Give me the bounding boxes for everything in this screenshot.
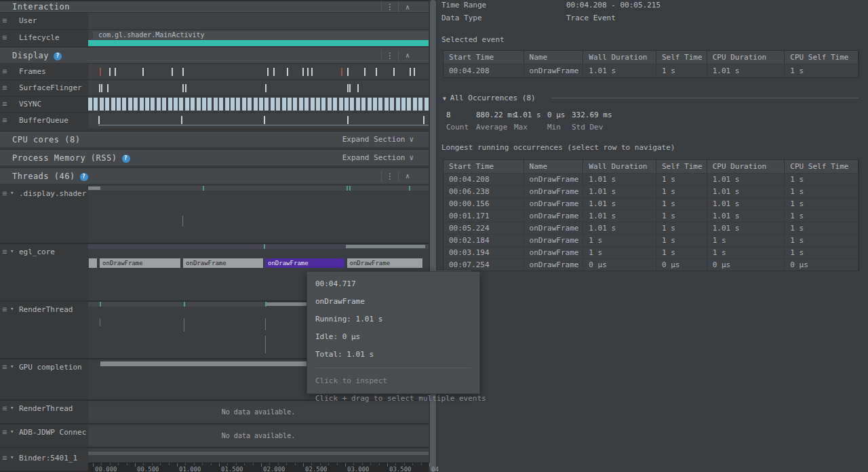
display-track-row-bufferqueue[interactable]: ≡BufferQueue [0, 112, 429, 128]
track-content-frames[interactable] [88, 64, 429, 79]
table-row[interactable]: 00:05.224onDrawFrame1.01 s1 s1.01 s1 s [443, 222, 859, 234]
drag-handle-icon[interactable]: ≡ [2, 304, 7, 314]
trace-event-bar[interactable]: onDrawFrame [100, 258, 181, 268]
display-track-row-surfaceflinger[interactable]: ≡SurfaceFlinger [0, 79, 429, 96]
table-row[interactable]: 00:02.184onDrawFrame1 s1 s1 s1 s [443, 234, 859, 246]
thread-track-row[interactable]: ≡▾RenderThreadNo data available. [0, 401, 429, 425]
track-content-vsync[interactable] [88, 96, 429, 112]
trace-event-bar[interactable]: onDrawFrame [265, 258, 345, 268]
table-cell: onDrawFrame [524, 174, 584, 185]
drag-handle-icon[interactable]: ≡ [2, 99, 7, 109]
table-header-cell[interactable]: Wall Duration [583, 51, 656, 64]
track-content-bufferqueue[interactable] [88, 113, 429, 128]
kebab-menu-icon[interactable]: ⋮ [381, 1, 399, 12]
table-header-cell[interactable]: Name [524, 51, 584, 64]
drag-handle-icon[interactable]: ≡ [2, 404, 7, 413]
thread-track-content[interactable]: No data available. [88, 401, 429, 423]
event-tick [99, 84, 100, 92]
track-row-user[interactable]: ≡ User [0, 12, 429, 29]
all-occurrences-header[interactable]: ▼All Occurrences (8) [443, 94, 536, 102]
table-header-cell[interactable]: Start Time [443, 51, 524, 64]
track-row-lifecycle[interactable]: ≡ Lifecycle com.gl.shader.MainActivity [0, 29, 429, 47]
table-row[interactable]: 00:00.156onDrawFrame1.01 s1 s1.01 s1 s [443, 197, 859, 210]
display-track-row-frames[interactable]: ≡Frames [0, 63, 429, 79]
track-content-lifecycle[interactable]: com.gl.shader.MainActivity [88, 30, 429, 47]
event-tick [142, 68, 144, 76]
trace-event-bar[interactable]: onDrawFrame [183, 258, 263, 268]
lifecycle-event-bar[interactable]: com.gl.shader.MainActivity [93, 31, 429, 39]
drag-handle-icon[interactable]: ≡ [2, 453, 7, 463]
caret-down-icon[interactable]: ▾ [10, 428, 14, 435]
table-header-cell[interactable]: Wall Duration [583, 160, 656, 173]
event-tick [414, 68, 415, 76]
axis-tick-label: 02.000 [263, 466, 285, 472]
track-label: ≡VSYNC [0, 96, 88, 112]
table-cell: 0 µs [656, 259, 707, 271]
table-header-cell[interactable]: CPU Self Time [785, 160, 859, 173]
caret-down-icon[interactable]: ▾ [10, 454, 14, 460]
thread-track-row[interactable]: ≡▾ADB-JDWP ConnecNo data available. [0, 425, 429, 448]
collapse-chevron-icon[interactable]: ∧ [399, 47, 416, 64]
section-header-interaction[interactable]: Interaction ⋮ ∧ [0, 0, 429, 12]
drag-handle-icon[interactable]: ≡ [2, 115, 7, 125]
drag-handle-icon[interactable]: ≡ [2, 362, 7, 372]
lifecycle-activity-bar[interactable] [88, 40, 429, 46]
help-icon[interactable]: ? [122, 155, 130, 163]
section-header-cpu-cores[interactable]: CPU cores (8) Expand Section∨ [0, 131, 429, 147]
section-header-process-memory[interactable]: Process Memory (RSS)? Expand Section∨ [0, 149, 429, 165]
caret-down-icon[interactable]: ▾ [10, 404, 14, 411]
collapse-chevron-icon[interactable]: ∧ [399, 1, 416, 13]
thread-track-content[interactable]: No data available. [88, 425, 429, 447]
table-row[interactable]: 00:06.238onDrawFrame1.01 s1 s1.01 s1 s [443, 185, 859, 197]
table-row[interactable]: 00:03.194onDrawFrame1 s1 s1 s1 s [443, 246, 859, 258]
caret-down-icon[interactable]: ▾ [10, 305, 14, 312]
event-tick [100, 68, 101, 76]
thread-name-text: Binder:5401_1 [19, 454, 77, 463]
caret-down-icon[interactable]: ▾ [10, 189, 14, 196]
drag-handle-icon[interactable]: ≡ [2, 83, 7, 92]
drag-handle-icon[interactable]: ≡ [2, 189, 7, 198]
stat-value: 0 µs [547, 111, 566, 119]
kebab-menu-icon[interactable]: ⋮ [381, 171, 399, 182]
thread-name-text: ADB-JDWP Connec [19, 428, 86, 437]
track-content-user[interactable] [88, 13, 429, 29]
thread-track-content[interactable] [88, 186, 429, 243]
table-header-cell[interactable]: CPU Duration [707, 160, 785, 173]
drag-handle-icon[interactable]: ≡ [2, 66, 7, 76]
help-icon[interactable]: ? [54, 52, 62, 60]
table-header-cell[interactable]: Start Time [443, 160, 524, 173]
trace-event-bar[interactable] [89, 258, 98, 268]
expand-section-button[interactable]: Expand Section∨ [342, 150, 414, 165]
expand-section-button[interactable]: Expand Section∨ [342, 132, 414, 147]
vsync-pattern [88, 98, 429, 111]
track-content-surfaceflinger[interactable] [88, 80, 429, 96]
axis-minor-tick [404, 463, 405, 465]
table-header-cell[interactable]: CPU Duration [707, 51, 785, 64]
drag-handle-icon[interactable]: ≡ [2, 427, 7, 437]
caret-down-icon[interactable]: ▾ [10, 363, 14, 370]
drag-handle-icon[interactable]: ≡ [2, 33, 7, 42]
table-row[interactable]: 00:01.171onDrawFrame1.01 s1 s1.01 s1 s [443, 210, 859, 222]
table-row[interactable]: 00:04.208onDrawFrame1.01 s1 s1.01 s1 s [443, 173, 859, 185]
table-header-cell[interactable]: Name [524, 160, 584, 173]
help-icon[interactable]: ? [80, 173, 88, 181]
thread-running-tick [347, 186, 348, 191]
collapse-triangle-icon[interactable]: ▼ [443, 96, 446, 102]
table-row[interactable]: 00:07.254onDrawFrame0 µs0 µs0 µs0 µs [443, 258, 859, 271]
section-header-threads[interactable]: Threads (46)? ⋮ ∧ [0, 168, 429, 184]
display-track-row-vsync[interactable]: ≡VSYNC [0, 96, 429, 112]
section-header-display[interactable]: Display? ⋮ ∧ [0, 47, 429, 63]
table-header-cell[interactable]: Self Time [656, 51, 707, 64]
caret-down-icon[interactable]: ▾ [10, 248, 14, 254]
collapse-chevron-icon[interactable]: ∧ [399, 168, 416, 184]
table-header-cell[interactable]: Self Time [656, 160, 707, 173]
trace-event-bar[interactable]: onDrawFrame [347, 258, 424, 268]
thread-track-row[interactable]: ≡▾.display.shader [0, 186, 429, 244]
axis-minor-tick [286, 463, 287, 465]
drag-handle-icon[interactable]: ≡ [2, 16, 7, 25]
table-header-cell[interactable]: CPU Self Time [785, 51, 859, 64]
table-row[interactable]: 00:04.208onDrawFrame1.01 s1 s1.01 s1 s [443, 64, 859, 77]
kebab-menu-icon[interactable]: ⋮ [381, 50, 399, 61]
axis-minor-tick [311, 463, 312, 465]
drag-handle-icon[interactable]: ≡ [2, 247, 7, 256]
